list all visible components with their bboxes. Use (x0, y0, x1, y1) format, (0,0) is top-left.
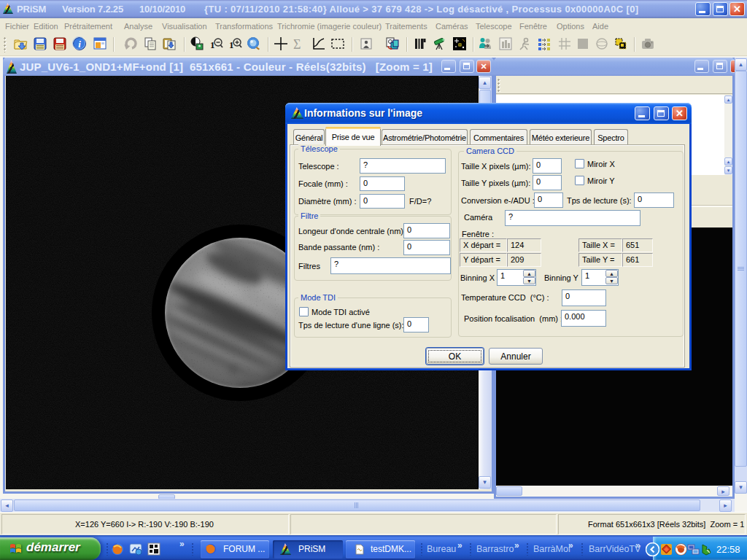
svg-text:Σ: Σ (293, 37, 301, 51)
svg-text:1: 1 (229, 39, 234, 50)
svg-text:1: 1 (210, 39, 215, 50)
svg-text:i: i (78, 39, 81, 50)
